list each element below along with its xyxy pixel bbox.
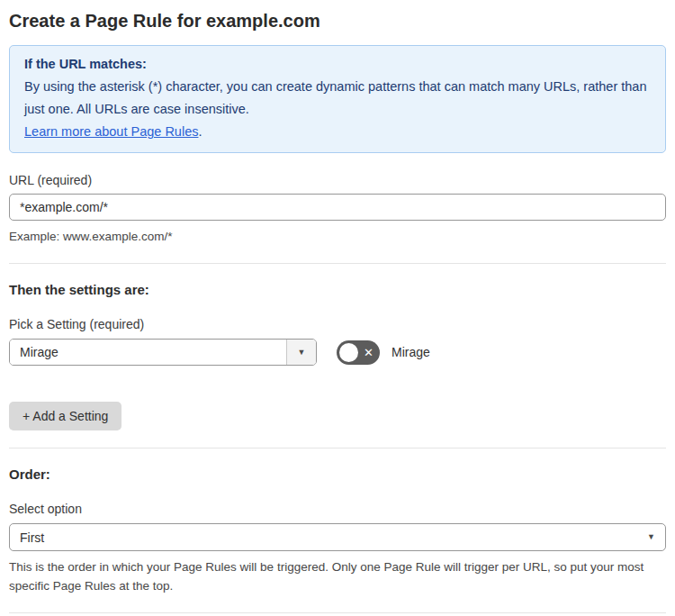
link-suffix: . — [198, 124, 202, 139]
pick-setting-label: Pick a Setting (required) — [9, 317, 666, 331]
add-setting-button[interactable]: + Add a Setting — [9, 402, 122, 430]
divider — [9, 448, 666, 448]
chevron-down-icon: ▼ — [298, 349, 306, 357]
learn-more-link[interactable]: Learn more about Page Rules — [24, 124, 198, 139]
order-select-label: Select option — [9, 502, 666, 516]
info-box-body: By using the asterisk (*) character, you… — [24, 76, 651, 121]
info-box-link-line: Learn more about Page Rules. — [24, 121, 651, 143]
mirage-toggle[interactable]: ✕ — [337, 340, 380, 365]
setting-select-arrow-button[interactable]: ▼ — [286, 340, 316, 365]
chevron-down-icon: ▼ — [647, 533, 655, 541]
order-select-value: First — [20, 530, 44, 545]
page-title: Create a Page Rule for example.com — [9, 11, 666, 32]
info-box-body-text: By using the asterisk (*) character, you… — [24, 79, 647, 116]
order-select[interactable]: First ▼ — [9, 523, 666, 551]
toggle-off-x-icon: ✕ — [364, 347, 374, 358]
divider — [9, 612, 666, 613]
url-input[interactable] — [9, 194, 666, 221]
divider — [9, 263, 666, 264]
url-example-helper: Example: www.example.com/* — [9, 227, 666, 246]
setting-select-value: Mirage — [10, 340, 286, 365]
toggle-knob — [339, 343, 358, 362]
setting-row: Mirage ▼ ✕ Mirage — [9, 339, 666, 366]
url-field-label: URL (required) — [9, 173, 666, 187]
url-match-info-box: If the URL matches: By using the asteris… — [9, 45, 666, 153]
page-rule-form: Create a Page Rule for example.com If th… — [0, 0, 675, 616]
info-box-heading: If the URL matches: — [24, 53, 651, 76]
order-section-heading: Order: — [9, 467, 666, 482]
setting-select[interactable]: Mirage ▼ — [9, 339, 317, 366]
order-helper-text: This is the order in which your Page Rul… — [9, 557, 666, 595]
settings-section-heading: Then the settings are: — [9, 282, 666, 297]
toggle-label: Mirage — [392, 345, 430, 359]
